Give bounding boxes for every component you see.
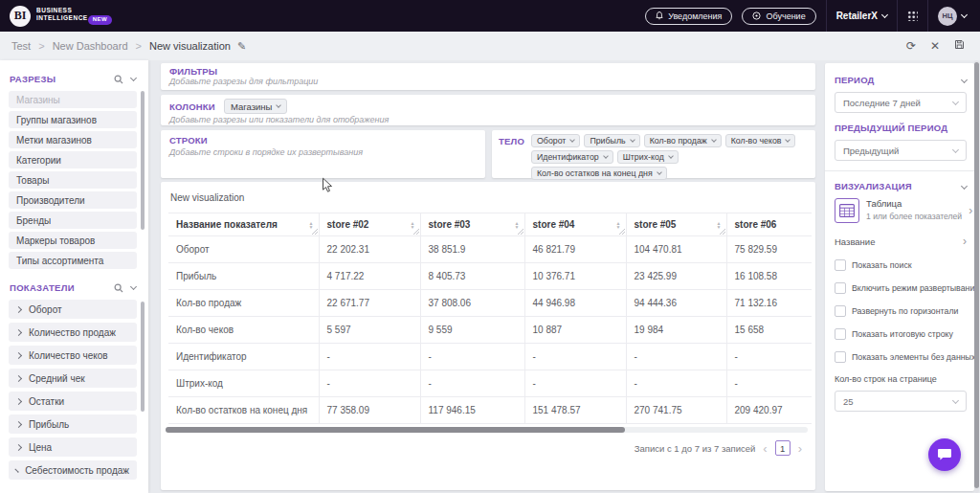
cell: - [726,370,812,397]
body-title: ТЕЛО [499,136,524,146]
horizontal-scrollbar-thumb[interactable] [166,427,625,433]
search-icon[interactable] [114,283,123,293]
sidebar-item-oborot[interactable]: Оборот [9,300,137,319]
sidebar-item-markery-tovarov[interactable]: Маркеры товаров [9,232,137,249]
chat-button[interactable] [928,438,961,471]
sidebar-scrollbar[interactable] [141,302,145,412]
collapse-section-icon[interactable] [130,75,137,81]
columns-hint: Добавьте разрезы или показатели для отоб… [169,115,807,124]
cell: 9 559 [420,317,524,344]
cell: 104 470.81 [626,236,726,263]
body-chip-ostatki[interactable]: Кол-во остатков на конец дня [531,167,667,180]
checkbox-show-empty-items[interactable]: Показать элементы без данных [835,351,967,363]
columns-chip-magaziny[interactable]: Магазины [224,99,287,114]
notifications-button[interactable]: Уведомления [645,8,732,25]
body-chip-identifikator[interactable]: Идентификатор [531,150,613,164]
viz-type-desc: 1 или более показателей [866,212,962,221]
left-sidebar: РАЗРЕЗЫ Магазины Группы магазинов Метки … [0,60,148,493]
prev-period-value: Предыдущий [843,146,899,156]
breadcrumb-current: New visualization [149,40,231,52]
page-number[interactable]: 1 [775,440,791,456]
sidebar-item-kategorii[interactable]: Категории [9,151,137,168]
cell: 71 132.16 [726,290,812,317]
body-chip-kolvo-chekov[interactable]: Кол-во чеков [725,134,796,147]
sidebar-item-proizvoditeli[interactable]: Производители [9,191,137,209]
sidebar-item-magaziny[interactable]: Магазины [9,91,137,108]
app-logo[interactable]: BI BUSINESS INTELLIGENCE NEW [10,6,112,27]
body-chip-pribyl[interactable]: Прибыль [584,134,639,147]
column-header-store05[interactable]: store #05▲▼ [626,213,726,236]
collapse-section-icon[interactable] [961,76,968,82]
body-chip-shtrih-kod[interactable]: Штрих-код [617,150,679,164]
org-selector[interactable]: RetailerX [836,11,887,21]
body-chip-kolvo-prodazh[interactable]: Кол-во продаж [644,134,722,147]
visualization-type-row[interactable]: Таблица 1 или более показателей › [835,198,967,223]
column-resize-handle[interactable] [412,228,419,235]
sidebar-item-pribyl[interactable]: Прибыль [9,415,137,434]
sidebar-item-ostatki[interactable]: Остатки [9,392,137,411]
apps-grid-icon[interactable] [907,11,918,21]
breadcrumb-level2[interactable]: New Dashboard [53,40,128,52]
user-menu[interactable]: НЦ [938,7,967,26]
org-label: RetailerX [836,11,878,21]
search-icon[interactable] [114,75,123,84]
cell: 77 358.09 [319,397,420,424]
name-setting-row[interactable]: Название › [835,235,967,248]
checkbox-expand-horizontal[interactable]: Развернуть по горизонтали [835,305,967,317]
rows-per-page-select[interactable]: 25 [835,391,967,412]
page-scrollbar-thumb[interactable] [974,62,979,488]
collapse-section-icon[interactable] [961,182,968,189]
sidebar-item-tipy-assortimenta[interactable]: Типы ассортимента [9,252,137,269]
checkbox-show-search[interactable]: Показать поиск [835,259,967,271]
row-label: Кол-во продаж [168,290,319,317]
columns-dropzone[interactable]: КОЛОНКИ Магазины Добавьте разрезы или по… [161,95,815,125]
sidebar-item-sebestoimost-prodazh[interactable]: Себестоимость продаж [9,460,137,480]
refresh-icon[interactable]: ⟳ [906,39,916,53]
edit-title-icon[interactable]: ✎ [237,40,246,53]
period-select[interactable]: Последние 7 дней [835,92,967,113]
save-icon[interactable] [954,39,965,53]
sidebar-item-brendy[interactable]: Бренды [9,212,137,229]
column-header-name[interactable]: Название показателя▲▼ [168,213,319,236]
column-resize-handle[interactable] [618,228,625,235]
column-header-store02[interactable]: store #02▲▼ [319,213,420,236]
notifications-label: Уведомления [668,11,722,21]
breadcrumb-level1[interactable]: Test [11,40,31,52]
sidebar-item-metki-magazinov[interactable]: Метки магазинов [9,131,137,148]
row-label: Оборот [168,236,319,263]
sidebar-item-kolichestvo-prodazh[interactable]: Количество продаж [9,323,137,342]
sidebar-scrollbar[interactable] [141,91,145,230]
sidebar-item-sredniy-chek[interactable]: Средний чек [9,369,137,388]
sidebar-item-gruppy-magazinov[interactable]: Группы магазинов [9,111,137,128]
chevron-down-icon [952,98,959,104]
column-header-store03[interactable]: store #03▲▼ [420,213,524,236]
prev-page-icon[interactable]: ‹ [763,442,767,455]
close-icon[interactable]: ✕ [930,39,940,53]
column-header-store04[interactable]: store #04▲▼ [524,213,626,236]
training-button[interactable]: Обучение [742,8,815,25]
next-page-icon[interactable]: › [798,442,802,455]
checkbox-enable-drilldown[interactable]: Включить режим развертывания [835,282,967,294]
filters-dropzone[interactable]: ФИЛЬТРЫ Добавьте разрезы для фильтрации [161,63,815,90]
sidebar-item-tsena[interactable]: Цена [9,437,137,457]
body-chip-oborot[interactable]: Оборот [531,134,580,147]
logo-line1: BUSINESS [36,7,72,13]
prev-period-select[interactable]: Предыдущий [835,140,967,161]
column-resize-handle[interactable] [311,228,318,235]
period-value: Последние 7 дней [843,98,921,108]
cell: 37 808.06 [420,290,524,317]
chip-label: Штрих-код [623,152,664,162]
collapse-section-icon[interactable] [130,283,137,290]
column-resize-handle[interactable] [719,228,725,235]
chip-label: Кол-во остатков на конец дня [537,168,653,178]
sidebar-item-kolichestvo-chekov[interactable]: Количество чеков [9,346,137,365]
column-resize-handle[interactable] [517,228,523,235]
column-header-store06[interactable]: store #06 [726,213,812,236]
rows-dropzone[interactable]: СТРОКИ Добавьте строки в порядке их разв… [161,130,485,178]
body-dropzone[interactable]: ТЕЛО Оборот Прибыль Кол-во продаж Кол-во… [492,130,815,178]
logo-bi-icon: BI [10,6,31,27]
checkbox-show-total-row[interactable]: Показать итоговую строку [835,328,967,340]
cell: 209 420.97 [726,397,812,424]
sidebar-item-tovary[interactable]: Товары [9,171,137,189]
rows-hint: Добавьте строки в порядке их развертыван… [169,147,477,157]
